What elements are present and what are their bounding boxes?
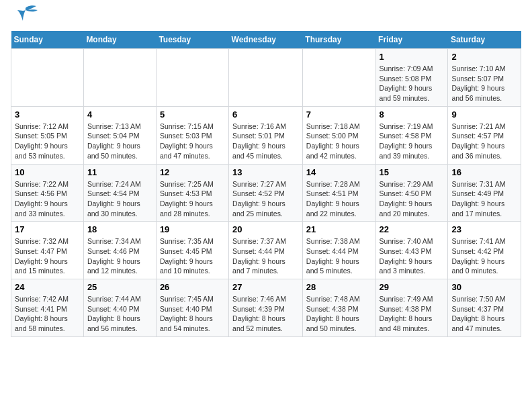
- day-info: Sunrise: 7:27 AM Sunset: 4:52 PM Dayligh…: [232, 179, 299, 219]
- calendar-cell: 17Sunrise: 7:32 AM Sunset: 4:47 PM Dayli…: [11, 222, 84, 279]
- calendar-header-row: SundayMondayTuesdayWednesdayThursdayFrid…: [11, 31, 521, 49]
- day-info: Sunrise: 7:34 AM Sunset: 4:46 PM Dayligh…: [87, 236, 152, 276]
- calendar-cell: 4Sunrise: 7:13 AM Sunset: 5:04 PM Daylig…: [83, 106, 156, 164]
- header-day-tuesday: Tuesday: [156, 31, 228, 49]
- day-number: 12: [160, 167, 225, 177]
- calendar-week-row: 17Sunrise: 7:32 AM Sunset: 4:47 PM Dayli…: [11, 222, 521, 279]
- day-number: 25: [87, 282, 152, 292]
- day-number: 19: [160, 224, 225, 234]
- day-info: Sunrise: 7:25 AM Sunset: 4:53 PM Dayligh…: [160, 179, 225, 219]
- day-info: Sunrise: 7:40 AM Sunset: 4:43 PM Dayligh…: [380, 236, 445, 276]
- day-number: 30: [451, 282, 517, 292]
- day-info: Sunrise: 7:35 AM Sunset: 4:45 PM Dayligh…: [160, 236, 225, 276]
- header-day-monday: Monday: [83, 31, 156, 49]
- calendar-cell: 28Sunrise: 7:48 AM Sunset: 4:38 PM Dayli…: [302, 279, 375, 337]
- calendar-cell: 9Sunrise: 7:21 AM Sunset: 4:57 PM Daylig…: [448, 106, 521, 164]
- day-number: 5: [160, 109, 225, 120]
- day-number: 26: [160, 282, 225, 292]
- day-info: Sunrise: 7:24 AM Sunset: 4:54 PM Dayligh…: [87, 179, 152, 219]
- day-info: Sunrise: 7:41 AM Sunset: 4:42 PM Dayligh…: [451, 236, 517, 276]
- day-info: Sunrise: 7:29 AM Sunset: 4:50 PM Dayligh…: [380, 179, 445, 219]
- day-info: Sunrise: 7:50 AM Sunset: 4:37 PM Dayligh…: [451, 294, 517, 334]
- logo: [11, 11, 38, 26]
- day-number: 17: [15, 224, 80, 234]
- calendar-cell: 26Sunrise: 7:45 AM Sunset: 4:40 PM Dayli…: [156, 279, 228, 337]
- calendar-cell: 7Sunrise: 7:18 AM Sunset: 5:00 PM Daylig…: [302, 106, 375, 164]
- page-header: [11, 11, 521, 26]
- header-day-saturday: Saturday: [448, 31, 521, 49]
- calendar-cell: 2Sunrise: 7:10 AM Sunset: 5:07 PM Daylig…: [448, 49, 521, 107]
- day-info: Sunrise: 7:49 AM Sunset: 4:38 PM Dayligh…: [380, 294, 445, 334]
- calendar-cell: [302, 49, 375, 107]
- calendar-cell: 5Sunrise: 7:15 AM Sunset: 5:03 PM Daylig…: [156, 106, 228, 164]
- calendar-week-row: 1Sunrise: 7:09 AM Sunset: 5:08 PM Daylig…: [11, 49, 521, 107]
- calendar-cell: 6Sunrise: 7:16 AM Sunset: 5:01 PM Daylig…: [229, 106, 303, 164]
- calendar-cell: [156, 49, 228, 107]
- calendar-cell: 23Sunrise: 7:41 AM Sunset: 4:42 PM Dayli…: [448, 222, 521, 279]
- day-info: Sunrise: 7:22 AM Sunset: 4:56 PM Dayligh…: [15, 179, 80, 219]
- day-info: Sunrise: 7:44 AM Sunset: 4:40 PM Dayligh…: [87, 294, 152, 334]
- day-info: Sunrise: 7:12 AM Sunset: 5:05 PM Dayligh…: [15, 122, 80, 161]
- day-number: 3: [15, 109, 80, 120]
- calendar-cell: 3Sunrise: 7:12 AM Sunset: 5:05 PM Daylig…: [11, 106, 84, 164]
- day-info: Sunrise: 7:31 AM Sunset: 4:49 PM Dayligh…: [451, 179, 517, 219]
- header-day-sunday: Sunday: [11, 31, 84, 49]
- day-number: 16: [451, 167, 517, 177]
- header-day-friday: Friday: [375, 31, 448, 49]
- day-info: Sunrise: 7:48 AM Sunset: 4:38 PM Dayligh…: [306, 294, 372, 334]
- day-number: 22: [380, 224, 445, 234]
- calendar-cell: 20Sunrise: 7:37 AM Sunset: 4:44 PM Dayli…: [229, 222, 303, 279]
- header-day-thursday: Thursday: [302, 31, 375, 49]
- day-number: 20: [232, 224, 299, 234]
- day-info: Sunrise: 7:15 AM Sunset: 5:03 PM Dayligh…: [160, 122, 225, 161]
- day-info: Sunrise: 7:42 AM Sunset: 4:41 PM Dayligh…: [15, 294, 80, 334]
- calendar-cell: [83, 49, 156, 107]
- calendar-cell: 8Sunrise: 7:19 AM Sunset: 4:58 PM Daylig…: [375, 106, 448, 164]
- logo-bird-icon: [13, 5, 38, 25]
- day-number: 1: [380, 52, 445, 62]
- day-number: 14: [306, 167, 372, 177]
- day-number: 10: [15, 167, 80, 177]
- day-number: 23: [451, 224, 517, 234]
- calendar-week-row: 3Sunrise: 7:12 AM Sunset: 5:05 PM Daylig…: [11, 106, 521, 164]
- calendar-cell: 19Sunrise: 7:35 AM Sunset: 4:45 PM Dayli…: [156, 222, 228, 279]
- calendar-cell: 25Sunrise: 7:44 AM Sunset: 4:40 PM Dayli…: [83, 279, 156, 337]
- day-number: 9: [451, 109, 517, 120]
- day-info: Sunrise: 7:46 AM Sunset: 4:39 PM Dayligh…: [232, 294, 299, 334]
- calendar-cell: [11, 49, 84, 107]
- header-day-wednesday: Wednesday: [229, 31, 303, 49]
- calendar-cell: 15Sunrise: 7:29 AM Sunset: 4:50 PM Dayli…: [375, 164, 448, 222]
- day-info: Sunrise: 7:28 AM Sunset: 4:51 PM Dayligh…: [306, 179, 372, 219]
- calendar-cell: 16Sunrise: 7:31 AM Sunset: 4:49 PM Dayli…: [448, 164, 521, 222]
- day-info: Sunrise: 7:32 AM Sunset: 4:47 PM Dayligh…: [15, 236, 80, 276]
- calendar-cell: [229, 49, 303, 107]
- day-info: Sunrise: 7:21 AM Sunset: 4:57 PM Dayligh…: [451, 122, 517, 161]
- day-number: 4: [87, 109, 152, 120]
- calendar-table: SundayMondayTuesdayWednesdayThursdayFrid…: [11, 31, 521, 337]
- calendar-cell: 24Sunrise: 7:42 AM Sunset: 4:41 PM Dayli…: [11, 279, 84, 337]
- day-number: 2: [451, 52, 517, 62]
- day-number: 11: [87, 167, 152, 177]
- calendar-cell: 10Sunrise: 7:22 AM Sunset: 4:56 PM Dayli…: [11, 164, 84, 222]
- day-info: Sunrise: 7:13 AM Sunset: 5:04 PM Dayligh…: [87, 122, 152, 161]
- calendar-cell: 21Sunrise: 7:38 AM Sunset: 4:44 PM Dayli…: [302, 222, 375, 279]
- day-info: Sunrise: 7:37 AM Sunset: 4:44 PM Dayligh…: [232, 236, 299, 276]
- day-info: Sunrise: 7:45 AM Sunset: 4:40 PM Dayligh…: [160, 294, 225, 334]
- day-info: Sunrise: 7:19 AM Sunset: 4:58 PM Dayligh…: [380, 122, 445, 161]
- day-number: 18: [87, 224, 152, 234]
- day-number: 15: [380, 167, 445, 177]
- day-info: Sunrise: 7:16 AM Sunset: 5:01 PM Dayligh…: [232, 122, 299, 161]
- day-number: 13: [232, 167, 299, 177]
- calendar-cell: 18Sunrise: 7:34 AM Sunset: 4:46 PM Dayli…: [83, 222, 156, 279]
- day-number: 24: [15, 282, 80, 292]
- calendar-week-row: 10Sunrise: 7:22 AM Sunset: 4:56 PM Dayli…: [11, 164, 521, 222]
- day-number: 27: [232, 282, 299, 292]
- calendar-cell: 11Sunrise: 7:24 AM Sunset: 4:54 PM Dayli…: [83, 164, 156, 222]
- calendar-cell: 22Sunrise: 7:40 AM Sunset: 4:43 PM Dayli…: [375, 222, 448, 279]
- day-number: 28: [306, 282, 372, 292]
- day-info: Sunrise: 7:18 AM Sunset: 5:00 PM Dayligh…: [306, 122, 372, 161]
- calendar-cell: 13Sunrise: 7:27 AM Sunset: 4:52 PM Dayli…: [229, 164, 303, 222]
- day-number: 7: [306, 109, 372, 120]
- day-info: Sunrise: 7:38 AM Sunset: 4:44 PM Dayligh…: [306, 236, 372, 276]
- day-number: 8: [380, 109, 445, 120]
